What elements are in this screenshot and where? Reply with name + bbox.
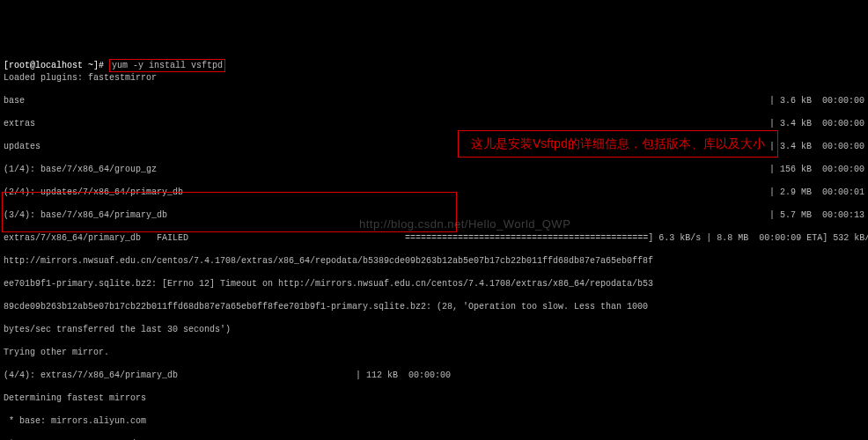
error-line: http://mirrors.nwsuaf.edu.cn/centos/7.4.… [4, 255, 864, 267]
annotation-box: 这儿是安装Vsftpd的详细信息，包括版本、库以及大小 [458, 130, 778, 158]
output-line: Loaded plugins: fastestmirror [4, 72, 864, 84]
repo-row: (4/4): extras/7/x86_64/primary_db| 112 k… [4, 370, 864, 381]
fail-row: extras/7/x86_64/primary_db FAILED ======… [4, 232, 864, 244]
error-line: ee701b9f1-primary.sqlite.bz2: [Errno 12]… [4, 278, 864, 290]
error-line: bytes/sec transferred the last 30 second… [4, 324, 864, 335]
error-line: Trying other mirror. [4, 347, 864, 358]
watermark-text: http://blog.csdn.net/Hello_World_QWP [359, 218, 570, 230]
repo-row: (2/4): updates/7/x86_64/primary_db| 2.9 … [4, 187, 864, 198]
shell-prompt: [root@localhost ~]# [4, 61, 109, 70]
terminal-output[interactable]: [root@localhost ~]# yum -y install vsftp… [0, 46, 868, 440]
repo-row: extras| 3.4 kB 00:00:00 [4, 118, 864, 129]
error-line: 89cde09b263b12ab5e07b17cb22b011ffd68db87… [4, 301, 864, 312]
output-line: * base: mirrors.aliyun.com [4, 415, 864, 427]
output-line: Determining fastest mirrors [4, 392, 864, 404]
repo-row: base| 3.6 kB 00:00:00 [4, 95, 864, 106]
repo-row: (1/4): base/7/x86_64/group_gz| 156 kB 00… [4, 164, 864, 175]
command-highlight: yum -y install vsftpd [109, 59, 225, 72]
